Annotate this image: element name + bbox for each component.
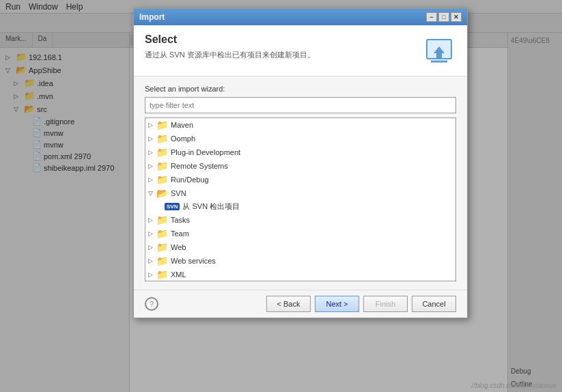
dialog-footer: ? < Back Next > Finish Cancel: [134, 290, 467, 318]
tree-item-maven[interactable]: ▷ 📁 Maven: [145, 118, 455, 132]
footer-buttons: < Back Next > Finish Cancel: [266, 296, 456, 312]
tree-item-web-services[interactable]: ▷ 📁 Web services: [145, 254, 455, 268]
tree-item-xml[interactable]: ▷ 📁 XML: [145, 268, 455, 281]
tree-item-svn-checkout[interactable]: SVN 从 SVN 检出项目: [145, 200, 455, 213]
tree-item-web[interactable]: ▷ 📁 Web: [145, 240, 455, 254]
tree-item-remote-systems[interactable]: ▷ 📁 Remote Systems: [145, 159, 455, 173]
tree-item-tasks[interactable]: ▷ 📁 Tasks: [145, 213, 455, 227]
back-button[interactable]: < Back: [266, 296, 311, 312]
dialog-overlay: Import − □ ✕ Select 通过从 SVN 资源库中检出已有项目来创…: [0, 0, 562, 392]
dialog-header-title: Select: [145, 33, 315, 46]
help-button[interactable]: ?: [145, 297, 158, 311]
tree-item-team[interactable]: ▷ 📁 Team: [145, 227, 455, 240]
import-dialog: Import − □ ✕ Select 通过从 SVN 资源库中检出已有项目来创…: [133, 8, 468, 318]
dialog-header: Select 通过从 SVN 资源库中检出已有项目来创建新项目。: [134, 25, 467, 76]
import-tree[interactable]: ▷ 📁 Maven ▷ 📁 Oomph ▷ 📁 Plug-in Developm…: [145, 117, 456, 281]
dialog-body: Select an import wizard: ▷ 📁 Maven ▷ 📁 O…: [134, 76, 467, 290]
dialog-title: Import: [139, 12, 165, 22]
import-icon: [423, 34, 455, 67]
maximize-button[interactable]: □: [438, 12, 449, 22]
cancel-button[interactable]: Cancel: [412, 296, 456, 312]
dialog-header-desc: 通过从 SVN 资源库中检出已有项目来创建新项目。: [145, 50, 315, 60]
tree-item-plugin-dev[interactable]: ▷ 📁 Plug-in Development: [145, 145, 455, 159]
bottom-url: //blog.csdn.net/han_xiaoxue: [471, 382, 557, 389]
dialog-header-icon: [422, 33, 456, 68]
wizard-label: Select an import wizard:: [145, 85, 456, 93]
next-button[interactable]: Next >: [315, 296, 359, 312]
finish-button[interactable]: Finish: [363, 296, 408, 312]
close-button[interactable]: ✕: [451, 12, 462, 22]
dialog-header-text: Select 通过从 SVN 资源库中检出已有项目来创建新项目。: [145, 33, 315, 60]
tree-item-svn[interactable]: ▽ 📂 SVN: [145, 186, 455, 200]
tree-item-oomph[interactable]: ▷ 📁 Oomph: [145, 132, 455, 145]
tree-item-run-debug[interactable]: ▷ 📁 Run/Debug: [145, 173, 455, 186]
dialog-titlebar: Import − □ ✕: [134, 9, 467, 25]
minimize-button[interactable]: −: [426, 12, 437, 22]
titlebar-controls: − □ ✕: [426, 12, 462, 22]
filter-input[interactable]: [145, 97, 456, 113]
